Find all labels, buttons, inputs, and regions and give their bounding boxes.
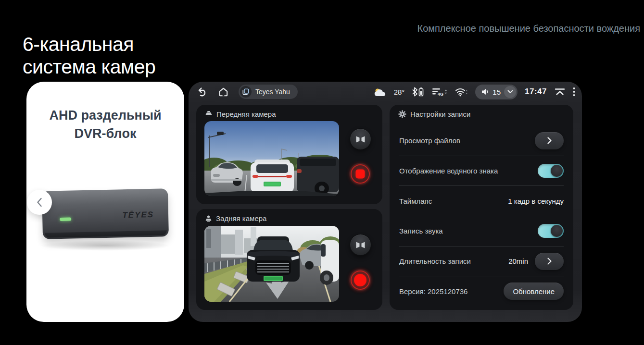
brand-logo: TĒYES — [122, 210, 154, 220]
product-card: AHD раздельный DVR-блок TĒYES — [26, 82, 184, 322]
cellular-4g-icon: 4G — [431, 87, 448, 97]
chevron-down-icon — [507, 90, 513, 94]
home-button[interactable] — [218, 86, 229, 98]
rear-camera-record-button[interactable] — [349, 269, 371, 291]
clock-label: 17:47 — [525, 87, 547, 97]
speaker-icon — [481, 88, 489, 96]
chevron-right-icon — [547, 137, 552, 144]
front-camera-view-image — [204, 121, 339, 196]
volume-level-label: 15 — [492, 88, 501, 96]
rear-camera-label: Задняя камера — [216, 214, 266, 222]
row-timelapse[interactable]: Таймлапс 1 кадр в секунду — [399, 186, 564, 216]
timelapse-value: 1 кадр в секунду — [508, 197, 564, 205]
row-label: Отображение водяного знака — [399, 167, 498, 175]
app-chip-teyes-yahu[interactable]: Teyes Yahu — [239, 85, 298, 99]
weather-icon — [374, 87, 387, 97]
home-icon — [218, 86, 229, 98]
gear-icon — [398, 110, 406, 118]
temperature-label: 28° — [394, 88, 405, 96]
settings-header-label: Настройки записи — [410, 110, 470, 118]
watermark-toggle[interactable] — [538, 164, 564, 178]
back-icon — [197, 86, 208, 98]
product-card-title: AHD раздельный DVR-блок — [26, 107, 184, 143]
page-title-line2: система камер — [23, 56, 155, 78]
duration-value: 20min — [508, 257, 528, 265]
page-title-line1: 6-канальная — [23, 33, 134, 55]
page-title: 6-канальная система камер — [23, 33, 155, 78]
row-label: Запись звука — [399, 227, 443, 235]
row-label: Таймлапс — [399, 197, 432, 205]
back-button[interactable] — [197, 86, 208, 98]
front-camera-mirror-button[interactable] — [350, 128, 371, 150]
chevron-right-icon — [547, 258, 552, 265]
volume-control[interactable]: 15 — [475, 85, 518, 99]
wifi-icon — [455, 87, 468, 97]
rear-camera-view-image — [204, 226, 339, 302]
front-camera-record-stop-button[interactable] — [349, 163, 371, 185]
status-bar: Teyes Yahu 28° — [189, 82, 582, 102]
app-chip-label: Teyes Yahu — [255, 88, 290, 96]
row-recording-duration[interactable]: Длительность записи 20min — [399, 246, 564, 276]
page-subtitle: Комплексное повышение безопасности вожде… — [417, 23, 641, 34]
row-view-files[interactable]: Просмотр файлов — [399, 126, 564, 156]
head-unit-panel: Teyes Yahu 28° — [189, 82, 582, 322]
bluetooth-battery-icon — [412, 87, 424, 97]
settings-rows: Просмотр файлов Отображение водяного зна… — [399, 126, 564, 306]
update-button[interactable]: Обновление — [504, 283, 564, 300]
swipe-up-icon — [554, 88, 566, 96]
chevron-left-icon — [36, 197, 43, 208]
rear-camera-card: Задняя камера — [196, 209, 382, 310]
front-camera-icon — [205, 111, 213, 118]
front-camera-card: Передняя камера — [196, 105, 382, 204]
kebab-menu-icon — [573, 87, 575, 97]
row-version: Версия: 2025120736 Обновление — [399, 276, 564, 306]
front-camera-label: Передняя камера — [216, 110, 276, 118]
more-menu-button[interactable] — [573, 87, 575, 97]
mirror-flip-icon — [355, 136, 366, 143]
row-label: Просмотр файлов — [399, 136, 460, 145]
dvr-device-image: TĒYES — [42, 188, 169, 239]
audio-recording-toggle[interactable] — [538, 224, 564, 238]
row-watermark[interactable]: Отображение водяного знака — [399, 156, 564, 186]
row-audio-recording[interactable]: Запись звука — [399, 216, 564, 246]
mirror-flip-icon — [355, 241, 366, 249]
recording-settings-card: Настройки записи Просмотр файлов Отображ… — [390, 105, 573, 310]
device-shadow — [40, 240, 171, 251]
rear-camera-icon — [205, 215, 212, 222]
page: 6-канальная система камер Комплексное по… — [0, 0, 644, 345]
carousel-prev-button[interactable] — [27, 190, 52, 215]
led-indicator — [60, 217, 71, 221]
volume-expand-button[interactable] — [504, 86, 516, 98]
recent-apps-icon — [240, 86, 252, 98]
rear-camera-mirror-button[interactable] — [350, 234, 371, 256]
duration-chevron-button[interactable] — [535, 253, 564, 270]
row-label: Длительность записи — [399, 257, 471, 265]
version-label: Версия: 2025120736 — [399, 287, 467, 296]
network-type-label: 4G — [438, 92, 443, 97]
view-files-chevron-button[interactable] — [535, 132, 564, 149]
collapse-panel-button[interactable] — [554, 88, 566, 96]
